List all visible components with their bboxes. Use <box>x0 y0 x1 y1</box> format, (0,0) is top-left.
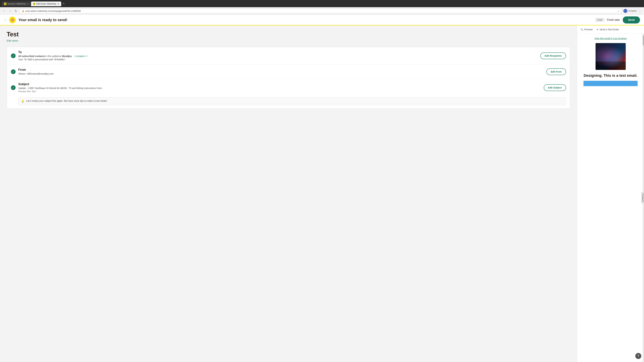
tab1-favicon: M <box>4 3 6 5</box>
to-external-icon: ↗ <box>86 55 88 57</box>
right-panel: 🔍 Preview ✈ Send a Test Email View this … <box>577 25 644 362</box>
edit-subject-button[interactable]: Edit Subject <box>544 84 566 91</box>
address-text: us21.admin.mailchimp.com/campaigns/edit?… <box>25 10 616 12</box>
to-section-info: To All subscribed contacts in the audien… <box>18 50 538 61</box>
preview-label: Preview <box>584 28 593 31</box>
finish-later-button[interactable]: Finish later <box>607 18 620 21</box>
preview-toolbar: 🔍 Preview ✈ Send a Test Email <box>577 25 644 34</box>
email-preview-inner: View this email in your browser Designin… <box>577 34 644 89</box>
subject-tip-box: 💡 Let's review your subject line again. … <box>18 97 566 105</box>
test-email-label: Send a Test Email <box>600 28 619 31</box>
subject-preview-text: Preview Text: Test <box>18 90 541 93</box>
draft-badge: Draft <box>595 18 604 22</box>
preview-content: View this email in your browser Designin… <box>577 34 644 362</box>
email-hero-image <box>596 43 626 70</box>
from-check-icon: ✓ <box>11 69 16 74</box>
email-cta-bar <box>584 81 638 86</box>
to-audience-pre: in the audience <box>46 55 62 57</box>
tip-icon: 💡 <box>21 100 24 103</box>
top-bar: ‹ 🐵 Your email is ready to send! Draft F… <box>0 15 644 25</box>
nav-right: 👤 Incognito ⋮ <box>623 9 642 13</box>
profile-icon: 👤 <box>624 10 626 12</box>
reload-button[interactable]: ↻ <box>14 9 18 13</box>
profile-button[interactable]: 👤 <box>623 9 628 13</box>
crowd-silhouette <box>596 61 626 70</box>
edit-name-link[interactable]: Edit name <box>7 39 18 42</box>
send-test-email-button[interactable]: ✈ Send a Test Email <box>597 28 619 31</box>
subject-section-info: Subject Update - 13997 Northlawn St Detr… <box>18 82 541 93</box>
back-nav-button[interactable]: ‹ <box>4 17 6 22</box>
to-check-icon: ✓ <box>11 53 16 58</box>
subject-check-icon: ✓ <box>11 85 16 90</box>
browser-tab-2[interactable]: M Edit Email | Mailchimp ✕ <box>31 1 61 6</box>
edit-from-button[interactable]: Edit From <box>546 68 566 75</box>
preview-button[interactable]: 🔍 Preview <box>580 28 593 31</box>
address-bar[interactable]: 🔒 us21.admin.mailchimp.com/campaigns/edi… <box>19 8 622 13</box>
from-check-mark: ✓ <box>12 70 14 73</box>
mailchimp-logo: 🐵 <box>9 16 16 23</box>
page-title: Your email is ready to send! <box>18 18 593 22</box>
send-button[interactable]: Send <box>623 16 640 23</box>
incognito-label: Incognito <box>628 10 636 12</box>
subject-section-row: ✓ Subject Update - 13997 Northlawn St De… <box>7 79 570 109</box>
to-personalized: Your 'To' field is personalized with *|F… <box>18 58 538 61</box>
email-headline: Designing. This is a test email. <box>580 73 641 78</box>
send-test-icon: ✈ <box>597 28 599 31</box>
from-detail: Shane • d901eace@moodjoy.com <box>18 72 544 76</box>
campaign-name: Test <box>7 31 570 38</box>
tab-bar: M Success | Mailchimp ✕ M Edit Email | M… <box>2 1 66 6</box>
tab2-favicon: M <box>33 3 36 5</box>
browser-chrome: M Success | Mailchimp ✕ M Edit Email | M… <box>0 0 644 7</box>
edit-recipients-button[interactable]: Edit Recipients <box>540 52 566 59</box>
tab1-close[interactable]: ✕ <box>27 2 29 5</box>
top-bar-actions: Finish later Send <box>607 16 640 23</box>
to-recipient-link[interactable]: 1 recipient <box>74 55 85 57</box>
lock-icon: 🔒 <box>22 10 24 12</box>
forward-button[interactable]: → <box>8 9 12 13</box>
browser-tab-1[interactable]: M Success | Mailchimp ✕ <box>2 1 31 6</box>
to-detail: All subscribed contacts in the audience … <box>18 55 538 58</box>
to-audience-name: Moodjoy <box>62 55 72 57</box>
check-mark: ✓ <box>12 54 14 57</box>
to-subscribed-text: All subscribed contacts <box>18 55 45 57</box>
to-section-row: ✓ To All subscribed contacts in the audi… <box>7 47 570 65</box>
back-button[interactable]: ← <box>2 9 6 13</box>
new-tab-button[interactable]: + <box>62 1 66 6</box>
feedback-tab[interactable]: Feedback <box>641 192 644 203</box>
view-in-browser-link[interactable]: View this email in your browser <box>580 37 641 40</box>
from-section-info: From Shane • d901eace@moodjoy.com <box>18 68 544 76</box>
left-panel: Test Edit name ✓ To All subscribed conta… <box>0 25 577 362</box>
tab2-close[interactable]: ✕ <box>57 2 59 5</box>
subject-check-mark: ✓ <box>12 86 14 89</box>
help-button[interactable]: ? <box>635 353 641 359</box>
from-section-row: ✓ From Shane • d901eace@moodjoy.com Edit… <box>7 65 570 79</box>
bookmark-icon[interactable]: ☆ <box>617 9 620 12</box>
nav-bar: ← → ↻ 🔒 us21.admin.mailchimp.com/campaig… <box>0 7 644 15</box>
from-label: From <box>18 68 544 71</box>
browser-controls: M Success | Mailchimp ✕ M Edit Email | M… <box>2 1 642 6</box>
scrollbar-thumb[interactable] <box>643 35 644 45</box>
preview-search-icon: 🔍 <box>580 28 583 31</box>
to-label: To <box>18 50 538 54</box>
subject-detail: Update - 13997 Northlawn St Detroit MI 4… <box>18 87 541 90</box>
browser-menu-button[interactable]: ⋮ <box>638 9 642 13</box>
tab2-label: Edit Email | Mailchimp <box>36 3 56 5</box>
sections-list: ✓ To All subscribed contacts in the audi… <box>7 47 570 109</box>
tab1-label: Success | Mailchimp <box>8 3 26 5</box>
tip-text: Let's review your subject line again. We… <box>26 99 108 102</box>
main-content: Test Edit name ✓ To All subscribed conta… <box>0 25 644 362</box>
app-layout: ‹ 🐵 Your email is ready to send! Draft F… <box>0 15 644 362</box>
subject-label: Subject <box>18 82 541 86</box>
